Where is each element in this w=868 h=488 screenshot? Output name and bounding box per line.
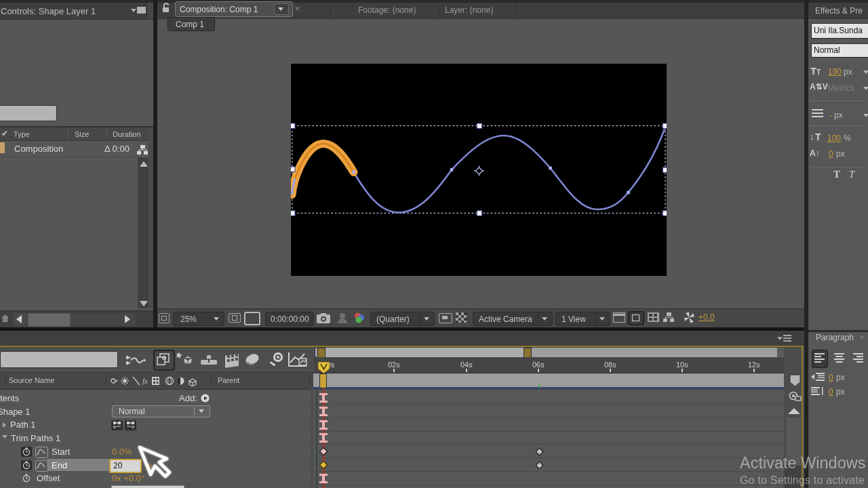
svg-text:fx: fx bbox=[142, 377, 148, 385]
